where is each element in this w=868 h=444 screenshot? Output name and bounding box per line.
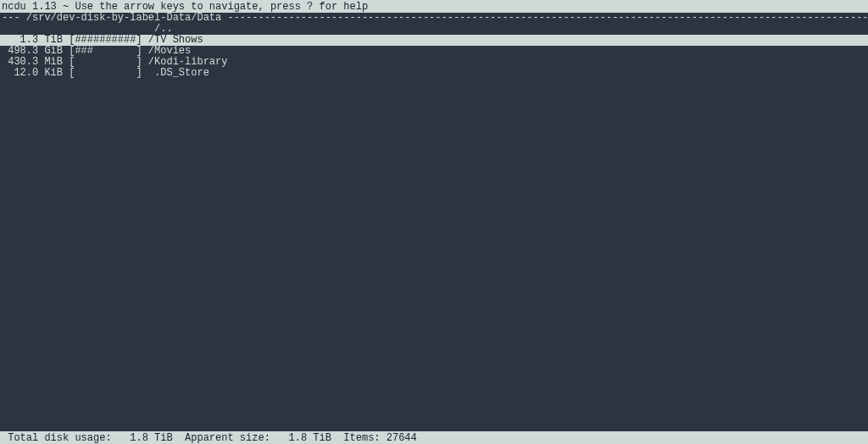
status-bar: Total disk usage: 1.8 TiB Apparent size:… xyxy=(0,431,868,444)
total-usage-value: 1.8 TiB xyxy=(130,432,172,444)
breadcrumb-prefix: --- xyxy=(2,12,20,24)
current-path: /srv/dev-disk-by-label-Data/Data xyxy=(26,12,221,24)
total-usage-label: Total disk usage: xyxy=(8,432,111,444)
apparent-size-label: Apparent size: xyxy=(185,432,270,444)
breadcrumb-dashes: ----------------------------------------… xyxy=(221,12,868,24)
list-item[interactable]: 12.0 KiB [ ] .DS_Store xyxy=(0,68,868,79)
app-version: 1.13 xyxy=(32,1,57,13)
items-label: Items: xyxy=(343,432,380,444)
file-list[interactable]: /.. 1.3 TiB [##########] /TV Shows 498.3… xyxy=(0,24,868,79)
app-name: ncdu xyxy=(2,1,26,13)
apparent-size-value: 1.8 TiB xyxy=(289,432,331,444)
title-bar: ncdu 1.13 ~ Use the arrow keys to naviga… xyxy=(0,0,868,13)
items-value: 27644 xyxy=(387,432,417,444)
help-hint: Use the arrow keys to navigate, press ? … xyxy=(75,1,368,13)
